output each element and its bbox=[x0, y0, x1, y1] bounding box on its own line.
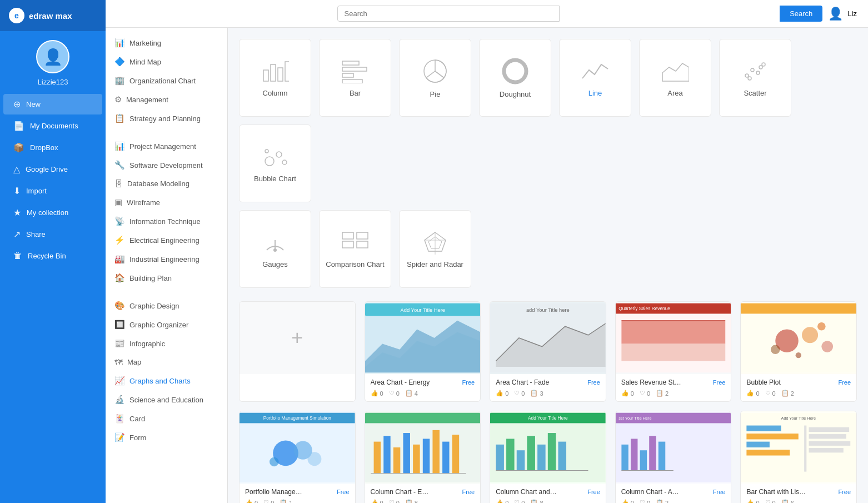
chart-type-line[interactable]: Line bbox=[559, 39, 631, 117]
bar-label: Bar bbox=[350, 89, 361, 97]
sidebar-item-my-collection[interactable]: ★ My collection bbox=[3, 202, 102, 223]
svg-point-17 bbox=[759, 66, 762, 69]
spider-chart-icon bbox=[421, 230, 449, 255]
chart-type-bar[interactable]: Bar bbox=[319, 39, 391, 117]
middle-nav-management[interactable]: ⚙ Management bbox=[106, 90, 227, 109]
middle-nav-electrical[interactable]: ⚡ Electrical Engineering bbox=[106, 231, 227, 250]
chart-type-doughnut[interactable]: Doughnut bbox=[479, 39, 551, 117]
svg-point-54 bbox=[796, 352, 801, 358]
column-chart-icon bbox=[261, 59, 289, 83]
chart-type-scatter[interactable]: Scatter bbox=[719, 39, 791, 117]
template-thumb-area-energy: Add Your Title Here bbox=[365, 302, 481, 374]
middle-nav-org-chart[interactable]: 🏢 Organizational Chart bbox=[106, 71, 227, 90]
template-card-sales-revenue[interactable]: Quarterly Sales Revenue Sales Revenue St… bbox=[615, 301, 732, 402]
middle-nav-card[interactable]: 🃏 Card bbox=[106, 409, 227, 428]
sidebar-item-my-collection-label: My collection bbox=[27, 208, 68, 217]
svg-point-23 bbox=[273, 248, 277, 252]
template-card-bubble-plot[interactable]: Bubble Plot Free 👍 0 ♡ 0 📋 2 bbox=[740, 301, 857, 402]
area-chart-icon bbox=[661, 59, 689, 83]
portfolio-svg: Portfolio Management Simulation bbox=[240, 411, 355, 484]
svg-rect-2 bbox=[278, 68, 283, 81]
database-icon: 🗄 bbox=[114, 179, 123, 188]
chart-type-area[interactable]: Area bbox=[639, 39, 711, 117]
svg-rect-1 bbox=[271, 64, 276, 81]
infographic-icon: 📰 bbox=[114, 338, 125, 348]
graphic-organizer-icon: 🔲 bbox=[114, 320, 125, 330]
sales-revenue-svg: Quarterly Sales Revenue bbox=[616, 302, 731, 374]
svg-rect-24 bbox=[342, 232, 353, 239]
chart-type-comparison[interactable]: Comparison Chart bbox=[319, 210, 391, 288]
electrical-icon: ⚡ bbox=[114, 235, 125, 245]
svg-rect-82 bbox=[548, 433, 556, 470]
svg-rect-97 bbox=[747, 434, 799, 439]
svg-rect-80 bbox=[527, 436, 536, 470]
template-card-column-energy[interactable]: Column Chart - Energy Free 👍 0 ♡ 0 📋 8 bbox=[365, 411, 481, 503]
template-card-column-autu[interactable]: set Your Title Here Column Chart - Autu.… bbox=[615, 411, 732, 503]
sidebar-item-share[interactable]: ↗ Share bbox=[3, 224, 102, 245]
sidebar-item-recycle-bin[interactable]: 🗑 Recycle Bin bbox=[3, 246, 102, 266]
sidebar-item-dropbox[interactable]: 📦 DropBox bbox=[3, 137, 102, 158]
chart-type-gauges[interactable]: Gauges bbox=[239, 210, 311, 288]
middle-nav-wireframe[interactable]: ▣ Wireframe bbox=[106, 193, 227, 212]
svg-rect-70 bbox=[432, 430, 439, 474]
template-card-portfolio[interactable]: Portfolio Management Simulation Portfoli… bbox=[239, 411, 356, 503]
sidebar-item-google-drive[interactable]: △ Google Drive bbox=[3, 159, 102, 180]
middle-nav-building-plan[interactable]: 🏠 Building Plan bbox=[106, 268, 227, 287]
sidebar-item-new[interactable]: ⊕ New bbox=[3, 94, 102, 114]
template-thumb-column-li: Add Your Title Here bbox=[490, 411, 606, 484]
template-title-bar-list: Bar Chart with List-P... bbox=[746, 488, 807, 496]
strategy-icon: 📋 bbox=[114, 113, 125, 123]
svg-rect-92 bbox=[659, 442, 665, 471]
template-thumb-bubble-plot bbox=[741, 302, 856, 374]
stat-likes: 👍 0 bbox=[371, 390, 383, 397]
middle-nav-industrial[interactable]: 🏭 Industrial Engineering bbox=[106, 250, 227, 268]
column-energy-svg bbox=[365, 411, 481, 484]
template-card-area-energy[interactable]: Add Your Title Here Area Chart - Energy … bbox=[365, 301, 481, 402]
middle-nav-science[interactable]: 🔬 Science and Education bbox=[106, 390, 227, 409]
chart-type-column[interactable]: Column bbox=[239, 39, 311, 117]
templates-grid: + Add Your Title Here bbox=[239, 301, 857, 503]
sidebar-item-dropbox-label: DropBox bbox=[30, 143, 58, 152]
svg-rect-6 bbox=[342, 73, 353, 77]
svg-rect-104 bbox=[809, 448, 844, 452]
chart-type-bubble[interactable]: Bubble Chart bbox=[239, 124, 311, 202]
gauges-icon bbox=[261, 230, 289, 255]
middle-nav-project-mgmt[interactable]: 📊 Project Management bbox=[106, 137, 227, 156]
chart-type-row: Column Bar bbox=[239, 39, 857, 202]
my-documents-icon: 📄 bbox=[13, 121, 24, 131]
middle-nav-graphic-design[interactable]: 🎨 Graphic Design bbox=[106, 296, 227, 315]
template-title-sales: Sales Revenue Stack... bbox=[621, 379, 682, 386]
svg-point-21 bbox=[265, 150, 268, 153]
middle-nav-infographic[interactable]: 📰 Infographic bbox=[106, 334, 227, 353]
svg-text:Add Your Title Here: Add Your Title Here bbox=[528, 415, 568, 421]
middle-nav-graphic-organizer[interactable]: 🔲 Graphic Organizer bbox=[106, 315, 227, 334]
info-tech-icon: 📡 bbox=[114, 216, 125, 226]
right-area: Search 👤 Liz 📊 Marketing 🔷 Mind Map 🏢 Or… bbox=[106, 0, 868, 503]
chart-type-pie[interactable]: Pie bbox=[399, 39, 471, 117]
svg-point-51 bbox=[822, 341, 834, 352]
middle-nav-strategy[interactable]: 📋 Strategy and Planning bbox=[106, 109, 227, 128]
template-card-area-fade[interactable]: add Your Title here Area Chart - Fade Fr… bbox=[490, 301, 606, 402]
template-card-bar-list[interactable]: Add Your Title Here bbox=[740, 411, 857, 503]
template-title-row: Area Chart - Energy Free bbox=[371, 379, 475, 386]
middle-nav-database[interactable]: 🗄 Database Modeling bbox=[106, 175, 227, 193]
sidebar-item-import[interactable]: ⬇ Import bbox=[3, 181, 102, 201]
project-mgmt-icon: 📊 bbox=[114, 141, 125, 151]
template-badge-bar-list: Free bbox=[838, 489, 851, 495]
template-card-new[interactable]: + bbox=[239, 301, 356, 402]
middle-nav-info-tech[interactable]: 📡 Information Technique bbox=[106, 212, 227, 231]
middle-nav-graphs-charts[interactable]: 📈 Graphs and Charts bbox=[106, 371, 227, 390]
search-input[interactable] bbox=[337, 6, 560, 22]
middle-nav-map[interactable]: 🗺 Map bbox=[106, 353, 227, 371]
add-icon: + bbox=[291, 326, 303, 350]
template-thumb-new: + bbox=[240, 302, 355, 374]
search-button[interactable]: Search bbox=[780, 6, 822, 22]
sidebar-item-my-documents[interactable]: 📄 My Documents bbox=[3, 116, 102, 136]
chart-type-spider[interactable]: Spider and Radar bbox=[399, 210, 471, 288]
svg-text:set Your Title Here: set Your Title Here bbox=[618, 416, 651, 421]
template-card-column-li[interactable]: Add Your Title Here bbox=[490, 411, 606, 503]
middle-nav-software-dev[interactable]: 🔧 Software Development bbox=[106, 156, 227, 175]
middle-nav-mind-map[interactable]: 🔷 Mind Map bbox=[106, 52, 227, 71]
middle-nav-form[interactable]: 📝 Form bbox=[106, 428, 227, 447]
middle-nav-marketing[interactable]: 📊 Marketing bbox=[106, 33, 227, 52]
